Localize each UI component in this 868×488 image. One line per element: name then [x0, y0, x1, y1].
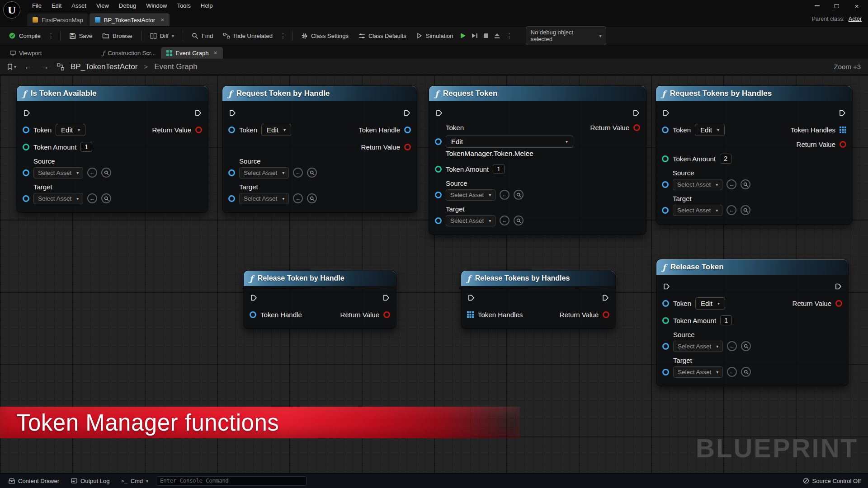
source-pin[interactable] — [228, 169, 235, 176]
browse-asset-button[interactable] — [101, 168, 111, 178]
menu-window[interactable]: Window — [141, 0, 172, 12]
menu-file[interactable]: File — [27, 0, 47, 12]
event-graph-canvas[interactable]: ƒ Is Token Available Token Edit▾ Return … — [0, 75, 868, 473]
target-select-asset-dropdown[interactable]: Select Asset▾ — [446, 215, 495, 226]
source-pin[interactable] — [23, 169, 29, 176]
target-select-asset-dropdown[interactable]: Select Asset▾ — [33, 193, 83, 204]
hide-unrelated-options-button[interactable]: ⋮ — [278, 32, 288, 39]
exec-out-pin[interactable] — [403, 109, 411, 117]
node-request-token-by-handle[interactable]: ƒ Request Token by Handle Token Edit▾ To… — [222, 86, 417, 212]
token-amount-pin[interactable] — [662, 155, 669, 162]
breadcrumb-root-link[interactable]: BP_TokenTestActor — [71, 62, 137, 71]
return-value-pin[interactable] — [633, 124, 640, 131]
hide-unrelated-button[interactable]: Hide Unrelated — [219, 30, 277, 42]
exec-out-pin[interactable] — [838, 109, 846, 117]
token-handles-out-pin[interactable] — [840, 127, 846, 133]
node-header[interactable]: ƒ Release Token — [656, 259, 848, 275]
token-amount-pin[interactable] — [23, 144, 29, 150]
tab-construction-script[interactable]: ƒ Construction Scr... — [97, 47, 161, 59]
menu-asset[interactable]: Asset — [66, 0, 91, 12]
parent-class-link[interactable]: Actor — [849, 16, 862, 22]
console-command-input[interactable] — [156, 476, 307, 486]
source-select-asset-dropdown[interactable]: Select Asset▾ — [446, 189, 495, 201]
token-handle-out-pin[interactable] — [404, 127, 411, 133]
node-release-token[interactable]: ƒ Release Token Token Edit▾ Return Value — [656, 259, 848, 386]
browse-asset-button[interactable] — [741, 179, 750, 189]
return-value-pin[interactable] — [383, 311, 390, 318]
node-request-tokens-by-handles[interactable]: ƒ Request Tokens by Handles Token Edit▾ … — [656, 86, 852, 224]
eject-button[interactable] — [494, 33, 500, 39]
nav-back-button[interactable]: ← — [23, 63, 33, 71]
exec-in-pin[interactable] — [228, 109, 236, 117]
content-drawer-button[interactable]: Content Drawer — [5, 475, 63, 487]
return-value-pin[interactable] — [603, 311, 609, 318]
stop-button[interactable] — [483, 33, 489, 39]
source-select-asset-dropdown[interactable]: Select Asset▾ — [33, 167, 83, 178]
token-edit-dropdown[interactable]: Edit▾ — [695, 124, 725, 136]
node-header[interactable]: ƒ Release Token by Handle — [244, 271, 396, 286]
simulation-button[interactable]: Simulation — [412, 30, 458, 42]
restore-button[interactable] — [833, 2, 841, 10]
tab-bp-tokentestactor[interactable]: BP_TokenTestActor × — [90, 14, 170, 26]
node-header[interactable]: ƒ Is Token Available — [17, 86, 208, 101]
exec-in-pin[interactable] — [435, 109, 443, 117]
browse-asset-button[interactable] — [741, 367, 751, 377]
debug-object-select[interactable]: No debug object selected ▾ — [526, 26, 607, 45]
token-amount-field[interactable]: 1 — [720, 315, 732, 325]
token-handles-input-pin[interactable] — [467, 311, 474, 318]
return-value-pin[interactable] — [840, 141, 846, 148]
token-input-pin[interactable] — [23, 127, 29, 133]
exec-in-pin[interactable] — [23, 109, 31, 117]
diff-button[interactable]: Diff ▾ — [146, 30, 178, 42]
source-select-asset-dropdown[interactable]: Select Asset▾ — [673, 341, 723, 352]
use-selected-button[interactable]: ← — [727, 367, 737, 377]
token-input-pin[interactable] — [662, 300, 669, 307]
use-selected-button[interactable]: ← — [500, 216, 509, 225]
use-selected-button[interactable]: ← — [293, 168, 303, 178]
token-amount-field[interactable]: 1 — [80, 142, 92, 152]
target-pin[interactable] — [662, 207, 669, 214]
browse-asset-button[interactable] — [101, 193, 111, 203]
node-header[interactable]: ƒ Request Token — [429, 86, 646, 101]
token-amount-pin[interactable] — [662, 317, 669, 324]
token-edit-dropdown[interactable]: Edit▾ — [446, 136, 573, 148]
compile-button[interactable]: Compile — [5, 29, 45, 42]
close-window-button[interactable]: × — [853, 2, 861, 10]
token-amount-field[interactable]: 2 — [720, 154, 731, 164]
use-selected-button[interactable]: ← — [293, 193, 303, 203]
minimize-button[interactable] — [813, 2, 821, 10]
target-pin[interactable] — [435, 217, 442, 224]
class-settings-button[interactable]: Class Settings — [297, 30, 353, 42]
exec-in-pin[interactable] — [250, 294, 258, 302]
node-release-tokens-by-handles[interactable]: ƒ Release Tokens by Handles Token Handle… — [461, 271, 615, 328]
source-pin[interactable] — [662, 343, 669, 350]
return-value-pin[interactable] — [835, 300, 842, 307]
node-header[interactable]: ƒ Release Tokens by Handles — [461, 271, 615, 286]
node-header[interactable]: ƒ Request Token by Handle — [222, 86, 417, 101]
close-tab-icon[interactable]: × — [213, 49, 217, 56]
exec-out-pin[interactable] — [601, 294, 609, 302]
target-pin[interactable] — [228, 195, 235, 202]
exec-in-pin[interactable] — [662, 282, 670, 291]
node-header[interactable]: ƒ Request Tokens by Handles — [656, 86, 852, 101]
return-value-pin[interactable] — [195, 127, 202, 133]
browse-asset-button[interactable] — [514, 190, 524, 200]
token-input-pin[interactable] — [662, 127, 669, 133]
exec-in-pin[interactable] — [467, 294, 475, 302]
source-select-asset-dropdown[interactable]: Select Asset▾ — [673, 179, 722, 190]
token-input-pin[interactable] — [435, 138, 442, 145]
exec-out-pin[interactable] — [834, 282, 842, 291]
menu-debug[interactable]: Debug — [114, 0, 141, 12]
nav-forward-button[interactable]: → — [40, 63, 51, 71]
node-request-token[interactable]: ƒ Request Token Token Return Value Edit▾ — [429, 86, 646, 235]
source-pin[interactable] — [435, 192, 442, 198]
browse-asset-button[interactable] — [307, 168, 317, 178]
menu-view[interactable]: View — [91, 0, 114, 12]
use-selected-button[interactable]: ← — [726, 205, 736, 215]
tab-event-graph[interactable]: Event Graph × — [161, 47, 222, 59]
output-log-button[interactable]: Output Log — [67, 475, 113, 487]
close-tab-icon[interactable]: × — [160, 16, 164, 23]
menu-edit[interactable]: Edit — [47, 0, 66, 12]
browse-asset-button[interactable] — [741, 205, 750, 215]
target-pin[interactable] — [662, 369, 669, 375]
